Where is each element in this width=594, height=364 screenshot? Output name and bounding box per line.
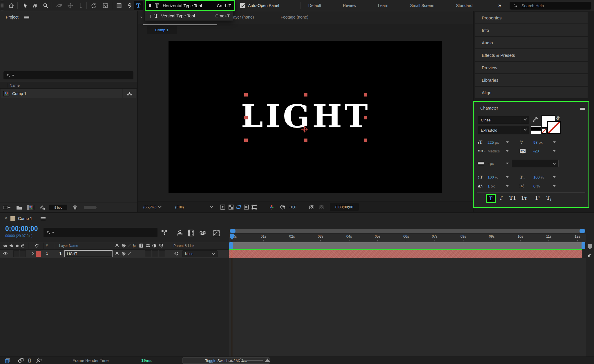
blur-cell[interactable] xyxy=(152,250,158,257)
no-color-swatch[interactable] xyxy=(542,129,546,134)
pan-camera-tool-button[interactable] xyxy=(66,1,75,10)
default-fill-stroke-icon[interactable] xyxy=(531,126,541,134)
timeline-search-input[interactable] xyxy=(44,228,157,237)
help-search-input[interactable]: Search Help xyxy=(510,2,591,10)
solo-column-icon[interactable] xyxy=(16,245,19,247)
auto-open-panel-checkbox[interactable] xyxy=(240,3,245,8)
kerning-dropdown-icon[interactable] xyxy=(506,150,509,152)
resolution-dropdown[interactable]: (Full) xyxy=(175,201,214,212)
3d-switch-icon[interactable] xyxy=(159,243,163,248)
composition-region-button[interactable] xyxy=(251,201,257,212)
graph-editor-button[interactable] xyxy=(213,230,220,237)
collapsed-panel-header[interactable]: Align xyxy=(475,87,588,98)
composition-flowchart-button[interactable] xyxy=(161,230,168,235)
shy-guy-status-icon[interactable] xyxy=(36,358,42,363)
timeline-close-button[interactable]: × xyxy=(5,216,7,221)
layer-duration-bar[interactable] xyxy=(229,250,582,258)
character-panel-title[interactable]: Character xyxy=(480,106,498,110)
parent-link-column-header[interactable]: Parent & Link xyxy=(173,244,194,248)
type-tool-button[interactable]: T xyxy=(134,1,143,10)
anchor-point-icon[interactable] xyxy=(303,127,307,132)
workspace-item[interactable]: Learn xyxy=(378,3,388,8)
solo-cell[interactable] xyxy=(20,250,26,257)
shy-layers-button[interactable] xyxy=(176,230,184,236)
audio-cell[interactable] xyxy=(13,250,19,257)
tracking-dropdown-icon[interactable] xyxy=(553,150,556,152)
comp-viewer-tab-active[interactable]: Comp 1 xyxy=(147,26,177,34)
layer-row-light[interactable]: 1 T LIGHT None xyxy=(0,250,229,258)
all-caps-button[interactable]: TT xyxy=(509,195,516,201)
orbit-camera-tool-button[interactable] xyxy=(55,1,64,10)
viewer-timecode[interactable]: 0;00;00;00 xyxy=(330,201,359,212)
motion-blur-button[interactable] xyxy=(199,230,207,236)
horizontal-scale-value[interactable]: 100 % xyxy=(533,175,544,179)
zoom-tool-button[interactable] xyxy=(41,1,50,10)
new-composition-icon[interactable] xyxy=(27,205,34,210)
baseline-shift-value[interactable]: 1 px xyxy=(488,184,495,188)
frame-blending-button[interactable] xyxy=(187,230,194,236)
rotation-tool-button[interactable] xyxy=(89,1,98,10)
fx-switch-icon[interactable]: fx xyxy=(133,243,136,248)
trash-icon[interactable] xyxy=(73,205,77,210)
render-settings-icon[interactable] xyxy=(39,205,45,210)
selection-handle[interactable] xyxy=(244,139,248,142)
zoom-out-icon[interactable] xyxy=(229,359,233,362)
motion-blur-switch-icon[interactable] xyxy=(146,243,151,248)
viewer-tab[interactable]: Footage (none) xyxy=(280,15,308,19)
snapshot-button[interactable] xyxy=(309,201,315,212)
collapsed-panel-header[interactable]: Audio xyxy=(475,37,588,48)
effect-cell[interactable] xyxy=(145,250,151,257)
work-area-bar[interactable] xyxy=(229,242,585,249)
menu-item-vertical-type-tool[interactable]: ↓ T Vertical Type Tool Cmd+T xyxy=(145,11,233,21)
font-size-value[interactable]: 225 px xyxy=(488,140,499,145)
region-of-interest-button[interactable] xyxy=(236,201,242,212)
dolly-camera-tool-button[interactable] xyxy=(76,1,85,10)
magnification-dropdown[interactable]: (66,7%) xyxy=(143,201,161,212)
selection-handle[interactable] xyxy=(244,93,248,97)
stroke-style-select[interactable] xyxy=(512,160,559,167)
eyedropper-icon[interactable] xyxy=(532,116,539,123)
layer-expander-icon[interactable] xyxy=(31,252,34,255)
composition-canvas[interactable]: LIGHT xyxy=(169,41,442,193)
collapsed-panel-header[interactable]: Effects & Presets xyxy=(475,49,588,61)
stroke-color-swatch[interactable] xyxy=(547,121,561,134)
panel-menu-icon[interactable] xyxy=(580,107,585,110)
time-ruler[interactable]: 0s01s02s03s04s05s06s07s08s09s10s11s12s xyxy=(229,234,586,242)
baseline-dropdown-icon[interactable] xyxy=(506,185,509,187)
comp-flowchart-cell[interactable] xyxy=(123,89,136,98)
vertical-scale-dropdown-icon[interactable] xyxy=(506,176,509,178)
text-layer-selection-box[interactable]: LIGHT xyxy=(246,95,365,140)
layer-label-swatch[interactable] xyxy=(36,251,41,257)
work-area-end-handle[interactable] xyxy=(582,242,585,249)
comp-marker-bin-icon[interactable] xyxy=(587,243,593,250)
layer-name-column-header[interactable]: Layer Name xyxy=(59,244,78,248)
collapsed-panel-header[interactable]: Info xyxy=(475,24,588,36)
selection-handle[interactable] xyxy=(244,116,248,119)
vertical-scale-value[interactable]: 100 % xyxy=(488,175,498,179)
lock-column-icon[interactable] xyxy=(21,243,25,248)
fast-previews-button[interactable] xyxy=(220,201,226,212)
workspace-item[interactable]: Standard xyxy=(456,3,472,8)
collapsed-panel-header[interactable]: Preview xyxy=(475,62,588,73)
timeline-tab[interactable]: Comp 1 xyxy=(18,216,32,221)
comp-color-swatch[interactable] xyxy=(10,216,15,221)
workspace-item[interactable]: Default xyxy=(308,3,321,8)
font-style-select[interactable]: ExtraBold xyxy=(478,126,529,134)
workspace-item[interactable]: Review xyxy=(343,3,356,8)
tracking-value[interactable]: -20 xyxy=(533,149,539,153)
pick-whip-icon[interactable] xyxy=(174,251,179,256)
font-family-select[interactable]: Cinzel xyxy=(478,116,529,124)
interpret-footage-icon[interactable] xyxy=(3,205,10,210)
comp-button-icon[interactable] xyxy=(587,252,592,257)
stroke-width-dropdown-icon[interactable] xyxy=(506,163,509,164)
index-column-header[interactable]: # xyxy=(46,244,48,248)
menu-item-horizontal-type-tool[interactable]: T Horizontal Type Tool Cmd+T xyxy=(145,0,235,11)
bit-depth-button[interactable]: 8 bpc xyxy=(49,205,67,210)
project-search-input[interactable] xyxy=(3,71,133,79)
layer-collapse-switch[interactable] xyxy=(122,252,126,256)
transparency-grid-button[interactable] xyxy=(228,201,234,212)
layer-visibility-icon[interactable] xyxy=(3,251,8,256)
parent-link-dropdown[interactable]: None xyxy=(182,250,218,257)
tsume-dropdown-icon[interactable] xyxy=(553,185,556,187)
selection-handle[interactable] xyxy=(364,139,367,142)
